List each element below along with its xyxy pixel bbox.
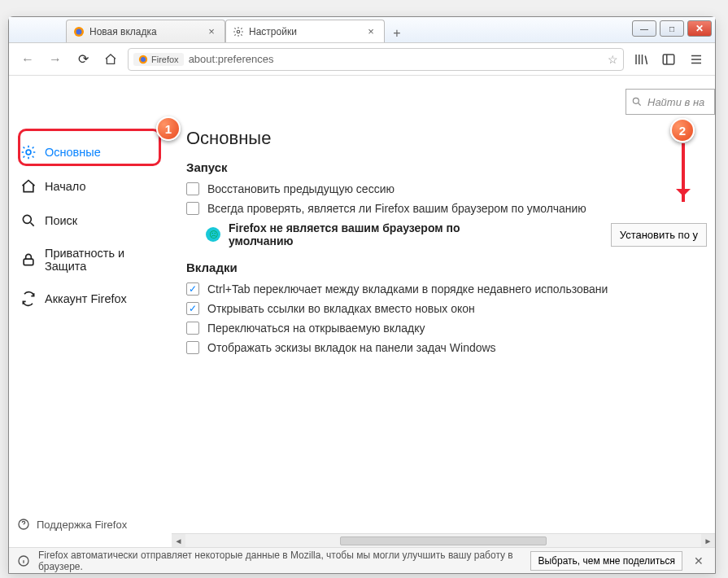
page-title: Основные (186, 128, 707, 149)
content-area: Основные Начало Поиск Приватность и Защи… (9, 76, 715, 547)
svg-point-2 (237, 30, 240, 33)
annotation-badge-2: 2 (670, 118, 695, 142)
checkbox-label: Восстановить предыдущую сессию (207, 182, 395, 195)
firefox-icon (73, 26, 85, 37)
sidebar-item-privacy[interactable]: Приватность и Защита (12, 240, 172, 279)
sidebar-item-search[interactable]: Поиск (12, 206, 172, 235)
checkbox-row[interactable]: Ctrl+Tab переключает между вкладками в п… (186, 282, 707, 296)
close-icon[interactable]: × (364, 25, 377, 37)
nav-toolbar: ← → ⟳ Firefox about:preferences ☆ (9, 43, 715, 76)
search-placeholder: Найти в на (647, 96, 704, 108)
support-label: Поддержка Firefox (37, 519, 127, 531)
close-icon[interactable]: ✕ (691, 554, 707, 567)
scroll-left-icon[interactable]: ◄ (172, 534, 185, 548)
maximize-button[interactable]: □ (660, 20, 684, 37)
default-browser-row: ☹ Firefox не является вашим браузером по… (206, 221, 707, 247)
lock-icon (20, 252, 37, 268)
sidebar-item-label: Поиск (45, 214, 77, 227)
svg-rect-5 (663, 55, 674, 64)
scroll-right-icon[interactable]: ► (701, 534, 715, 548)
checkbox-row[interactable]: Всегда проверять, является ли Firefox ва… (186, 202, 707, 215)
forward-button[interactable]: → (45, 49, 66, 70)
checkbox-label: Всегда проверять, является ли Firefox ва… (207, 202, 586, 215)
svg-point-1 (76, 28, 82, 34)
sidebar-item-general[interactable]: Основные (12, 138, 172, 167)
checkbox-row[interactable]: Отображать эскизы вкладок на панели зада… (186, 341, 707, 354)
checkbox-label: Открывать ссылки во вкладках вместо новы… (207, 302, 475, 315)
browser-tab[interactable]: Новая вкладка × (66, 20, 225, 42)
svg-point-7 (23, 215, 31, 223)
minimize-button[interactable]: — (632, 20, 656, 37)
brand-label: Firefox (151, 55, 179, 64)
titlebar: Новая вкладка × Настройки × + — □ ✕ (9, 17, 715, 43)
search-icon (631, 96, 643, 107)
back-button[interactable]: ← (17, 49, 38, 70)
tab-label: Настройки (249, 26, 297, 37)
info-icon (17, 554, 30, 567)
sad-face-icon: ☹ (206, 227, 220, 242)
checkbox-row[interactable]: Восстановить предыдущую сессию (186, 182, 707, 195)
library-icon[interactable] (630, 49, 652, 70)
close-button[interactable]: ✕ (687, 20, 712, 37)
checkbox-label: Ctrl+Tab переключает между вкладками в п… (207, 282, 608, 296)
identity-box[interactable]: Firefox (133, 53, 184, 66)
horizontal-scrollbar[interactable]: ◄ ► (172, 533, 715, 547)
checkbox-row[interactable]: Переключаться на открываемую вкладку (186, 322, 707, 335)
sidebar-item-label: Аккаунт Firefox (45, 292, 127, 305)
scrollbar-thumb[interactable] (340, 536, 547, 545)
infobar-text: Firefox автоматически отправляет некотор… (38, 550, 522, 572)
prefs-main: Найти в на Основные Запуск Восстановить … (172, 76, 715, 547)
window-controls: — □ ✕ (632, 17, 715, 37)
url-text: about:preferences (189, 53, 274, 65)
support-link[interactable]: Поддержка Firefox (17, 518, 127, 531)
help-icon (17, 518, 30, 531)
close-icon[interactable]: × (205, 25, 218, 37)
section-startup-heading: Запуск (186, 160, 707, 174)
sidebar-item-label: Начало (45, 180, 86, 193)
section-tabs-heading: Вкладки (186, 261, 707, 274)
infobar: Firefox автоматически отправляет некотор… (9, 547, 715, 573)
scrollbar-track[interactable] (185, 534, 701, 548)
checkbox[interactable] (186, 341, 199, 354)
browser-tab[interactable]: Настройки × (225, 20, 385, 42)
annotation-badge-1: 1 (156, 116, 181, 141)
sidebar-item-home[interactable]: Начало (12, 172, 172, 201)
checkbox[interactable] (186, 282, 199, 296)
checkbox-label: Отображать эскизы вкладок на панели зада… (207, 341, 496, 354)
checkbox[interactable] (186, 202, 199, 215)
prefs-search-input[interactable]: Найти в на (626, 89, 715, 115)
checkbox-label: Переключаться на открываемую вкладку (207, 322, 425, 335)
svg-point-6 (26, 150, 31, 155)
sidebar-icon[interactable] (658, 49, 679, 70)
bookmark-star-icon[interactable]: ☆ (608, 53, 618, 66)
reload-button[interactable]: ⟳ (72, 49, 94, 70)
checkbox[interactable] (186, 322, 199, 335)
new-tab-button[interactable]: + (388, 24, 406, 42)
infobar-choose-button[interactable]: Выбрать, чем мне поделиться (530, 551, 682, 571)
sync-icon (20, 291, 37, 307)
set-default-button[interactable]: Установить по у (611, 223, 707, 247)
app-window: Новая вкладка × Настройки × + — □ ✕ ← → … (8, 16, 716, 574)
sidebar-item-label: Основные (45, 146, 101, 159)
svg-point-4 (141, 57, 146, 62)
not-default-text: Firefox не является вашим браузером по у… (229, 221, 521, 247)
svg-point-10 (633, 98, 639, 103)
home-button[interactable] (100, 49, 121, 70)
menu-icon[interactable] (686, 49, 707, 70)
checkbox-row[interactable]: Открывать ссылки во вкладках вместо новы… (186, 302, 707, 315)
annotation-arrow (682, 143, 685, 202)
tab-strip: Новая вкладка × Настройки × + (66, 18, 406, 42)
url-bar[interactable]: Firefox about:preferences ☆ (128, 48, 624, 71)
gear-icon (233, 26, 244, 37)
gear-icon (20, 144, 37, 160)
svg-rect-8 (24, 259, 33, 265)
checkbox[interactable] (186, 182, 199, 195)
search-icon (20, 212, 37, 229)
prefs-sidebar: Основные Начало Поиск Приватность и Защи… (9, 76, 172, 547)
checkbox[interactable] (186, 302, 199, 315)
tab-label: Новая вкладка (89, 26, 157, 37)
sidebar-item-account[interactable]: Аккаунт Firefox (12, 284, 172, 313)
sidebar-item-label: Приватность и Защита (45, 247, 163, 273)
home-icon (20, 178, 37, 195)
